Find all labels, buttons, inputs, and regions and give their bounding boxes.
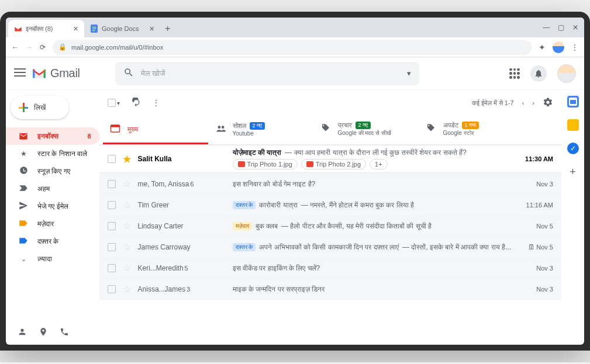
location-icon[interactable]: [39, 327, 48, 339]
apps-icon[interactable]: [509, 68, 520, 79]
subject: इस वीकेंड पर हाइकिंग के लिए चलें?: [233, 264, 320, 272]
sender: Tim Greer: [138, 201, 226, 209]
browser-profile-icon[interactable]: [553, 41, 564, 53]
sidebar-item-label: स्टार के निशान वाले: [37, 150, 87, 158]
tab-label: सोशल: [233, 122, 246, 130]
tasks-icon[interactable]: ✓: [567, 143, 579, 154]
new-tab-button[interactable]: +: [160, 20, 175, 37]
category-tab-1[interactable]: सोशल2 नए Youtube: [208, 116, 313, 144]
sidebar-item-4[interactable]: भेजे गए ईमेल: [6, 197, 99, 215]
browser-menu-icon[interactable]: ⋮: [571, 43, 578, 51]
prev-page-icon[interactable]: ‹: [522, 99, 525, 106]
attachment-chip[interactable]: Trip Photo 2.jpg: [301, 159, 366, 169]
star-icon[interactable]: ☆: [123, 199, 131, 210]
more-icon[interactable]: ⋮: [153, 99, 160, 107]
tab-title: Google Docs: [102, 25, 139, 32]
url-input[interactable]: 🔒 mail.google.com/mail/u/0/#inbox: [53, 40, 532, 55]
chevron-down-icon[interactable]: ▾: [407, 69, 411, 78]
updates-icon: [426, 123, 436, 136]
email-row[interactable]: ☆ Lindsay Carter मज़ेदारबुक क्लब — हैलो …: [99, 216, 561, 237]
date: Nov 3: [518, 286, 553, 293]
category-tab-2[interactable]: प्रचार2 नए Google की मदद से सीखें: [313, 116, 419, 144]
notifications-icon[interactable]: [530, 65, 547, 82]
svg-rect-1: [92, 27, 96, 27]
status-text: कई ईमेल में से 1-7: [472, 99, 514, 107]
close-icon[interactable]: ✕: [73, 25, 78, 33]
maximize-icon[interactable]: ▢: [558, 23, 564, 32]
close-window-icon[interactable]: ✕: [572, 23, 578, 32]
close-icon[interactable]: ✕: [149, 25, 154, 33]
category-tab-0[interactable]: मुख्य: [103, 116, 208, 144]
label-yellow-icon: [19, 220, 28, 228]
sidebar: लिखें इनबॉक्स 8★ स्टार के निशान वाले स्न…: [6, 90, 99, 345]
email-checkbox[interactable]: [108, 180, 116, 188]
forward-icon[interactable]: →: [26, 43, 33, 51]
email-checkbox[interactable]: [108, 155, 116, 163]
search-input[interactable]: मेल खोजें ▾: [115, 62, 419, 85]
sidebar-item-2[interactable]: स्नूज़ किए गए: [6, 162, 99, 180]
avatar[interactable]: [557, 64, 576, 83]
star-icon[interactable]: ☆: [123, 283, 131, 294]
toolbar: ▾ ⋮ कई ईमेल में से 1-7 ‹ ›: [99, 90, 561, 116]
tab-subtext: Google की मदद से सीखें: [338, 130, 391, 137]
attachment-chip[interactable]: 1+: [370, 159, 388, 169]
browser-tab-1[interactable]: इनबॉक्स (8) ✕: [8, 20, 84, 37]
sidebar-item-0[interactable]: इनबॉक्स 8: [6, 127, 99, 145]
select-all-checkbox[interactable]: [108, 99, 116, 107]
chevron-down-icon[interactable]: ▾: [117, 100, 120, 106]
phone-icon[interactable]: [60, 327, 69, 339]
attachment-chip[interactable]: Trip Photo 1.jpg: [233, 159, 298, 169]
extension-icon[interactable]: ✦: [539, 43, 546, 52]
email-row[interactable]: ☆ Keri...Meredith5 इस वीकेंड पर हाइकिंग …: [99, 258, 561, 279]
minimize-icon[interactable]: —: [543, 23, 550, 32]
refresh-icon[interactable]: [132, 98, 141, 109]
label-chip: मज़ेदार: [233, 222, 252, 230]
star-icon[interactable]: ★: [123, 154, 131, 165]
addons-plus-icon[interactable]: +: [570, 166, 576, 178]
back-icon[interactable]: ←: [12, 43, 19, 51]
sidebar-item-7[interactable]: ⌄ ज़्यादा: [6, 250, 99, 268]
settings-icon[interactable]: [543, 97, 553, 109]
sidebar-item-label: ज़्यादा: [37, 255, 52, 263]
sidebar-item-3[interactable]: अहम: [6, 180, 99, 197]
star-icon[interactable]: ☆: [123, 241, 131, 252]
sidebar-item-1[interactable]: ★ स्टार के निशान वाले: [6, 145, 99, 162]
email-row[interactable]: ☆ James Carroway दफ़्तर केअपने अभिभावकों…: [99, 237, 561, 258]
gmail-favicon: [14, 25, 22, 33]
email-checkbox[interactable]: [108, 222, 116, 230]
tab-chip: 1 नया: [462, 122, 479, 129]
sidebar-item-5[interactable]: मज़ेदार: [6, 215, 99, 233]
svg-rect-8: [111, 125, 119, 127]
email-row[interactable]: ★ Salit Kulla योज़ेमाइट की यात्रा — क्या…: [99, 145, 561, 174]
compose-button[interactable]: लिखें: [11, 96, 69, 119]
primary-icon: [110, 124, 120, 135]
person-icon[interactable]: [18, 327, 27, 339]
star-icon[interactable]: ☆: [123, 178, 131, 189]
gmail-logo[interactable]: Gmail: [32, 67, 80, 80]
star-icon: ★: [19, 150, 28, 158]
keep-icon[interactable]: [567, 119, 579, 131]
star-icon[interactable]: ☆: [123, 220, 131, 231]
star-icon[interactable]: ☆: [123, 262, 131, 273]
email-checkbox[interactable]: [108, 243, 116, 251]
browser-tab-2[interactable]: Google Docs ✕: [84, 20, 160, 37]
email-checkbox[interactable]: [108, 285, 116, 293]
email-checkbox[interactable]: [108, 264, 116, 272]
date: Nov 5: [518, 223, 553, 230]
search-placeholder: मेल खोजें: [141, 69, 165, 78]
email-row[interactable]: ☆ Anissa...James3 माइक के जन्मदिन पर सरप…: [99, 279, 561, 300]
next-page-icon[interactable]: ›: [532, 99, 534, 106]
calendar-icon[interactable]: [567, 96, 579, 108]
email-row[interactable]: ☆ me, Tom, Anissa6 इस शनिवार को बोर्ड गे…: [99, 174, 561, 195]
email-row[interactable]: ☆ Tim Greer दफ़्तर केकारोबारी यात्रा — न…: [99, 195, 561, 216]
category-tab-3[interactable]: अपडेट1 नया Google स्टोर: [419, 116, 524, 144]
svg-rect-5: [14, 72, 26, 73]
date: 11:30 AM: [518, 155, 553, 162]
refresh-icon[interactable]: ⟳: [40, 43, 46, 51]
sidebar-item-6[interactable]: दफ़्तर के: [6, 233, 99, 250]
email-checkbox[interactable]: [108, 201, 116, 209]
gmail-icon: [32, 68, 47, 79]
menu-icon[interactable]: [14, 68, 26, 79]
sender: Anissa...James3: [138, 285, 226, 293]
calendar-icon: 🗓: [528, 243, 535, 251]
